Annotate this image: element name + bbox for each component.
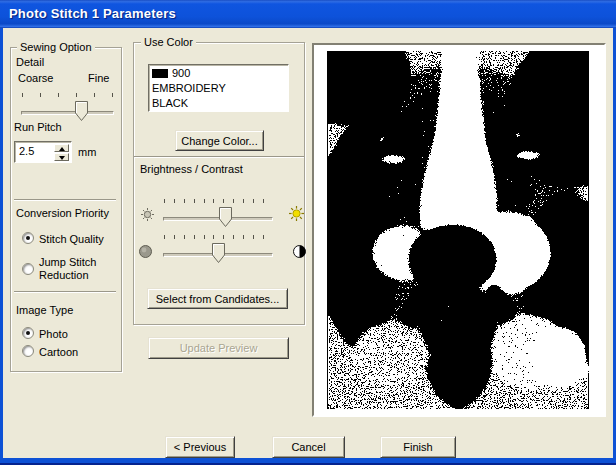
- change-color-button[interactable]: Change Color...: [175, 130, 264, 151]
- contrast-high-icon: [293, 245, 306, 258]
- titlebar[interactable]: Photo Stitch 1 Parameters: [0, 0, 616, 28]
- thread-name: BLACK: [152, 96, 285, 111]
- separator: [14, 199, 116, 201]
- radio-cartoon-label[interactable]: Cartoon: [39, 346, 78, 358]
- brightness-low-icon: [141, 208, 154, 221]
- detail-label: Detail: [16, 56, 44, 68]
- image-type-label: Image Type: [16, 304, 73, 316]
- thread-code: 900: [172, 67, 190, 79]
- sewing-option-label: Sewing Option: [17, 41, 95, 54]
- brightness-slider-thumb[interactable]: [219, 207, 232, 227]
- window-border-bottom: [0, 458, 616, 465]
- finish-button[interactable]: Finish: [380, 436, 456, 458]
- contrast-slider-thumb[interactable]: [212, 243, 225, 263]
- update-preview-button[interactable]: Update Preview: [148, 337, 289, 359]
- fine-label: Fine: [88, 72, 109, 84]
- brightness-high-icon: [289, 206, 304, 221]
- contrast-low-icon: [139, 245, 152, 258]
- run-pitch-value: 2.5: [19, 145, 34, 157]
- conversion-priority-label: Conversion Priority: [16, 207, 109, 219]
- brightness-contrast-label: Brightness / Contrast: [140, 163, 243, 175]
- separator: [14, 291, 116, 293]
- thread-color-swatch: [152, 69, 168, 78]
- radio-photo[interactable]: [22, 327, 34, 339]
- use-color-label: Use Color: [141, 36, 196, 49]
- run-pitch-up-button[interactable]: [54, 144, 69, 152]
- run-pitch-label: Run Pitch: [14, 121, 62, 133]
- stitch-preview-panel: [312, 43, 606, 417]
- radio-photo-label[interactable]: Photo: [39, 328, 68, 340]
- select-from-candidates-button[interactable]: Select from Candidates...: [147, 288, 288, 309]
- run-pitch-input[interactable]: 2.5: [14, 141, 72, 163]
- contrast-slider-ticks: [164, 235, 272, 239]
- radio-jump-stitch-reduction-label[interactable]: Jump Stitch Reduction: [39, 256, 105, 282]
- photo-stitch-dialog: Photo Stitch 1 Parameters Sewing Option …: [0, 0, 616, 465]
- coarse-label: Coarse: [18, 72, 53, 84]
- run-pitch-unit: mm: [78, 146, 96, 158]
- run-pitch-down-button[interactable]: [54, 153, 69, 161]
- preview-image-dog: [327, 51, 589, 409]
- contrast-slider[interactable]: [163, 232, 273, 264]
- radio-stitch-quality-label[interactable]: Stitch Quality: [39, 233, 104, 245]
- detail-slider[interactable]: [21, 90, 114, 122]
- detail-slider-ticks: [22, 93, 113, 97]
- radio-cartoon[interactable]: [22, 345, 34, 357]
- dialog-title: Photo Stitch 1 Parameters: [9, 6, 176, 21]
- separator: [134, 156, 304, 158]
- previous-button[interactable]: < Previous: [165, 436, 235, 458]
- brightness-slider-ticks: [164, 199, 272, 203]
- cancel-button[interactable]: Cancel: [272, 436, 345, 458]
- radio-jump-stitch-reduction[interactable]: [22, 263, 34, 275]
- thread-color-item[interactable]: 900: [152, 66, 285, 81]
- thread-brand: EMBROIDERY: [152, 81, 285, 96]
- detail-slider-thumb[interactable]: [75, 101, 88, 121]
- radio-stitch-quality[interactable]: [22, 232, 34, 244]
- thread-color-list[interactable]: 900 EMBROIDERY BLACK: [148, 64, 289, 112]
- brightness-slider[interactable]: [163, 196, 273, 228]
